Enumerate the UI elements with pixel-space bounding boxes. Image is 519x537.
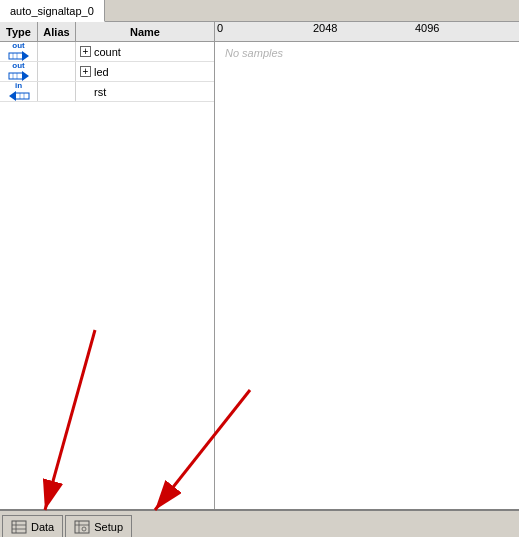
svg-rect-12 [12, 521, 26, 533]
cell-name-led: + led [76, 62, 214, 81]
out-arrow-led [8, 70, 30, 82]
tick-2048: 2048 [313, 22, 337, 34]
cell-name-rst: rst [76, 82, 214, 101]
svg-rect-4 [9, 73, 23, 79]
signal-name-rst: rst [94, 86, 106, 98]
tab-setup[interactable]: Setup [65, 515, 132, 537]
tab-bar: auto_signaltap_0 [0, 0, 519, 22]
tick-4096: 4096 [415, 22, 439, 34]
content-area: Type Alias Name out [0, 22, 519, 509]
expand-count[interactable]: + [80, 46, 91, 57]
svg-marker-5 [22, 71, 29, 81]
column-headers: Type Alias Name [0, 22, 214, 42]
out-arrow-count [8, 50, 30, 62]
in-icon-rst: in [8, 82, 30, 102]
out-icon-count: out [8, 42, 30, 62]
cell-alias-count [38, 42, 76, 61]
svg-rect-16 [75, 521, 89, 533]
tab-signaltap[interactable]: auto_signaltap_0 [0, 0, 105, 22]
tab-data-label: Data [31, 521, 54, 533]
no-samples-label: No samples [225, 47, 283, 59]
cell-name-count: + count [76, 42, 214, 61]
cell-type-count: out [0, 42, 38, 61]
signal-row-count[interactable]: out + count [0, 42, 214, 62]
tab-setup-label: Setup [94, 521, 123, 533]
signal-name-led: led [94, 66, 109, 78]
out-icon-led: out [8, 62, 30, 82]
cell-alias-led [38, 62, 76, 81]
setup-tab-icon [74, 520, 90, 534]
in-arrow-rst [8, 90, 30, 102]
signal-row-rst[interactable]: in rst [0, 82, 214, 102]
signal-name-count: count [94, 46, 121, 58]
main-container: auto_signaltap_0 Type Alias Name [0, 0, 519, 537]
data-tab-icon [11, 520, 27, 534]
col-type-header: Type [0, 22, 38, 41]
bottom-tabs: Data Setup [0, 509, 519, 537]
cell-type-led: out [0, 62, 38, 81]
tick-0: 0 [217, 22, 223, 34]
left-panel: Type Alias Name out [0, 22, 215, 509]
svg-rect-8 [15, 93, 29, 99]
svg-marker-9 [9, 91, 16, 101]
cell-alias-rst [38, 82, 76, 101]
waveform-header: 0 2048 4096 [215, 22, 519, 42]
svg-marker-1 [22, 51, 29, 61]
tab-data[interactable]: Data [2, 515, 63, 537]
tab-title: auto_signaltap_0 [10, 5, 94, 17]
waveform-content: No samples [215, 42, 519, 509]
col-name-header: Name [76, 22, 214, 41]
expand-led[interactable]: + [80, 66, 91, 77]
signal-rows: out + count [0, 42, 214, 509]
svg-rect-0 [9, 53, 23, 59]
svg-point-19 [82, 527, 86, 531]
right-panel: 0 2048 4096 No samples [215, 22, 519, 509]
col-alias-header: Alias [38, 22, 76, 41]
cell-type-rst: in [0, 82, 38, 101]
signal-row-led[interactable]: out + led [0, 62, 214, 82]
